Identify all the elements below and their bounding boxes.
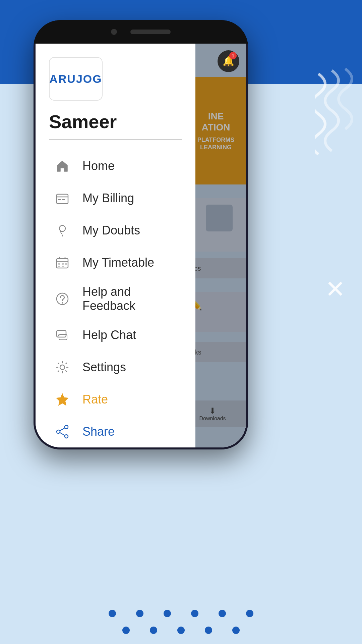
timetable-icon [52,253,72,273]
svg-marker-19 [56,393,68,406]
app-logo-text: ARUJOG [49,72,102,86]
doubts-icon [52,220,72,240]
star-icon [52,389,72,410]
svg-point-18 [60,365,65,370]
user-name: Sameer [49,111,182,132]
phone-screen: 🔔 1 INE ATION PLATFORMS LEARNING Docs [36,44,246,447]
svg-point-15 [62,302,63,304]
dots-decoration [0,610,362,634]
svg-line-24 [60,433,65,435]
menu-label-home: Home [82,159,115,173]
side-drawer: ARUJOG Sameer Home [36,44,195,447]
phone-notch [34,20,248,44]
svg-point-4 [62,235,63,236]
svg-point-20 [65,425,68,429]
menu-item-help-feedback[interactable]: Help and Feedback [49,279,182,319]
billing-icon [52,188,72,208]
menu-item-settings[interactable]: Settings [49,351,182,383]
svg-line-23 [60,428,65,431]
menu-label-settings: Settings [82,360,126,374]
menu-label-billing: My Billing [82,191,134,205]
divider [49,139,182,140]
svg-rect-9 [58,263,60,265]
settings-icon [52,357,72,377]
svg-rect-2 [62,199,65,200]
menu-label-timetable: My Timetable [82,256,154,270]
svg-rect-0 [57,194,68,204]
menu-item-home[interactable]: Home [49,150,182,182]
svg-rect-1 [58,199,61,200]
menu-item-timetable[interactable]: My Timetable [49,247,182,279]
share-icon [52,422,72,442]
svg-rect-13 [62,266,64,267]
notification-bell[interactable]: 🔔 1 [218,50,239,72]
app-logo-box: ARUJOG [49,57,103,101]
menu-label-doubts: My Doubts [82,223,140,237]
menu-label-share: Share [82,425,115,439]
notification-badge: 1 [229,52,237,59]
home-icon [52,156,72,176]
menu-label-chat: Help Chat [82,328,136,342]
phone-frame: 🔔 1 INE ATION PLATFORMS LEARNING Docs [34,20,248,449]
menu-item-billing[interactable]: My Billing [49,182,182,214]
close-drawer-button[interactable]: ✕ [325,275,345,303]
svg-rect-11 [65,263,67,265]
svg-point-21 [65,435,68,438]
svg-point-22 [57,430,60,433]
menu-item-share[interactable]: Share [49,416,182,448]
menu-item-doubts[interactable]: My Doubts [49,214,182,247]
menu-label-help-feedback: Help and Feedback [82,285,179,313]
menu-label-rate: Rate [82,392,108,407]
chat-icon [52,325,72,345]
help-icon [52,289,72,309]
svg-rect-12 [58,266,60,267]
menu-item-help-chat[interactable]: Help Chat [49,319,182,351]
menu-item-rate[interactable]: Rate [49,383,182,416]
svg-rect-10 [62,263,64,265]
wavy-decoration [315,67,355,161]
speaker [130,30,171,34]
camera [111,29,117,35]
